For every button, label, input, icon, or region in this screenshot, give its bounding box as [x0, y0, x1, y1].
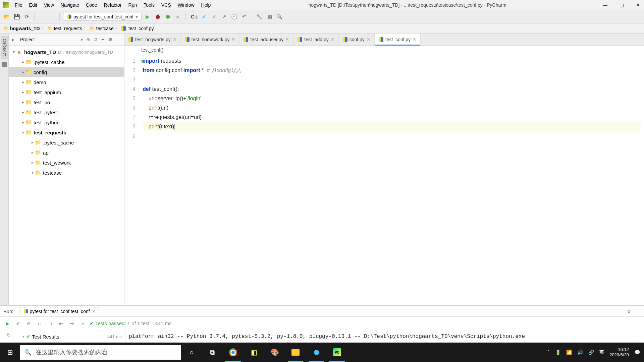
- tree-row[interactable]: ▸📁api: [9, 147, 124, 158]
- back-icon[interactable]: ←: [38, 13, 46, 21]
- editor-tab[interactable]: test_conf.py✕: [375, 34, 421, 45]
- expand-icon[interactable]: ⇵: [94, 37, 98, 42]
- tray-chevron-icon[interactable]: ˄: [547, 350, 550, 355]
- close-icon[interactable]: ✕: [92, 309, 95, 314]
- tree-arrow-icon[interactable]: ▸: [30, 140, 35, 145]
- editor-tab[interactable]: conf.py✕: [339, 34, 375, 45]
- code-editor[interactable]: 123456789 ▶ import requests from config.…: [124, 54, 644, 305]
- tree-arrow-icon[interactable]: ▾: [21, 130, 25, 135]
- chevron-down-icon[interactable]: ▾: [80, 37, 83, 42]
- update-icon[interactable]: ✔: [200, 13, 208, 21]
- ime-indicator[interactable]: 英: [599, 349, 604, 355]
- revert-icon[interactable]: ↶: [240, 13, 249, 21]
- commit-icon[interactable]: ✔: [210, 13, 218, 21]
- push-icon[interactable]: ↗: [220, 13, 228, 21]
- tree-row[interactable]: ▸📁demo: [9, 77, 124, 87]
- coverage-button[interactable]: ⬢: [164, 13, 172, 21]
- tree-arrow-icon[interactable]: ▸: [21, 80, 25, 84]
- code-content[interactable]: import requests from config.conf import …: [139, 54, 644, 305]
- toggle-auto-button[interactable]: ✔: [13, 319, 23, 328]
- rerun-button[interactable]: ▶: [3, 319, 12, 328]
- history-icon[interactable]: 🕘: [230, 13, 238, 21]
- menu-edit[interactable]: Edit: [26, 1, 40, 9]
- chrome-icon[interactable]: [223, 343, 244, 362]
- more-icon[interactable]: »: [81, 320, 84, 326]
- sync-icon[interactable]: ⟳: [23, 13, 31, 21]
- editor-tab[interactable]: test_adduser.py✕: [239, 34, 293, 45]
- project-tool-tab[interactable]: 1: Project: [1, 36, 8, 59]
- ide-scripting-icon[interactable]: ▦: [266, 13, 274, 21]
- clock[interactable]: 16:12 2020/6/20: [609, 347, 629, 358]
- tree-arrow-icon[interactable]: ▸: [21, 70, 25, 74]
- tree-arrow-icon[interactable]: ▾: [21, 334, 26, 339]
- menu-run[interactable]: Run: [126, 1, 140, 9]
- close-icon[interactable]: ✕: [331, 37, 334, 42]
- menu-tools[interactable]: Tools: [141, 1, 157, 9]
- breadcrumb-root[interactable]: hogwarts_TD: [10, 26, 40, 31]
- tree-arrow-icon[interactable]: ▸: [21, 90, 25, 95]
- expand-all-button[interactable]: ⇤: [56, 319, 66, 328]
- sort-down-button[interactable]: ↑↓: [46, 319, 55, 328]
- close-icon[interactable]: ✕: [173, 37, 176, 42]
- search-everywhere-icon[interactable]: 🔍: [276, 13, 284, 21]
- menu-view[interactable]: View: [41, 1, 57, 9]
- pycharm-taskbar-icon[interactable]: PC: [327, 343, 347, 362]
- save-icon[interactable]: 💾: [13, 13, 21, 21]
- file-explorer-icon[interactable]: [285, 343, 306, 362]
- tree-row[interactable]: ▸📁config: [9, 67, 124, 77]
- settings-icon[interactable]: ⚙: [108, 37, 113, 42]
- breadcrumb-file[interactable]: test_conf.py: [128, 26, 154, 31]
- test-tree-row[interactable]: ▾✔Test Results441 ms: [18, 331, 125, 342]
- link-icon[interactable]: 🔗: [588, 350, 594, 355]
- hide-icon[interactable]: —: [636, 309, 641, 314]
- editor-tab[interactable]: test_homework.py✕: [181, 34, 240, 45]
- rerun-failed-icon[interactable]: ↻: [7, 332, 11, 338]
- menu-code[interactable]: Code: [83, 1, 100, 9]
- breadcrumb-item[interactable]: test_requests: [54, 26, 82, 31]
- editor-tab[interactable]: test_add.py✕: [293, 34, 338, 45]
- close-button[interactable]: ✕: [635, 2, 641, 8]
- close-icon[interactable]: ✕: [285, 37, 289, 42]
- tree-arrow-icon[interactable]: ▸: [30, 160, 35, 165]
- wifi-icon[interactable]: 📶: [566, 350, 572, 355]
- menu-vcs[interactable]: VCS: [159, 1, 174, 9]
- hide-icon[interactable]: —: [116, 37, 121, 42]
- tree-row[interactable]: ▸📁test_python: [9, 117, 124, 127]
- project-tree[interactable]: ▾■hogwarts_TDD:\Test\python\hogwarts_TD▸…: [9, 46, 124, 305]
- stop-button[interactable]: ■: [174, 13, 182, 21]
- open-icon[interactable]: 📂: [3, 13, 11, 21]
- tree-row[interactable]: ▾■hogwarts_TDD:\Test\python\hogwarts_TD: [9, 47, 124, 57]
- volume-icon[interactable]: 🔊: [577, 350, 583, 355]
- tree-arrow-icon[interactable]: ▸: [30, 150, 35, 155]
- close-icon[interactable]: ✕: [367, 37, 370, 42]
- structure-tool-tab[interactable]: [2, 62, 7, 67]
- tree-arrow-icon[interactable]: ▸: [21, 60, 25, 64]
- run-button[interactable]: ▶: [144, 13, 152, 21]
- tree-row[interactable]: ▸📁test_wework: [9, 158, 124, 168]
- app-icon-1[interactable]: ◧: [244, 343, 264, 362]
- collapse-icon[interactable]: ▸: [12, 37, 17, 42]
- menu-refactor[interactable]: Refactor: [101, 1, 124, 9]
- tree-row[interactable]: ▸📁test_pytest: [9, 107, 124, 117]
- close-icon[interactable]: ✕: [231, 37, 235, 42]
- tree-arrow-icon[interactable]: ▸: [21, 120, 25, 125]
- tree-arrow-icon[interactable]: ▾: [30, 170, 35, 175]
- gear-icon[interactable]: ✦: [101, 37, 105, 42]
- editor-tab[interactable]: test_hogwarts.py✕: [124, 34, 181, 45]
- run-config-dropdown[interactable]: pytest for test_conf.test_conf ▾: [63, 13, 142, 21]
- tree-row[interactable]: ▾📁test_requests: [9, 127, 124, 137]
- stop-button[interactable]: ⊘: [24, 319, 34, 328]
- app-icon-2[interactable]: ⬣: [306, 343, 327, 362]
- minimize-button[interactable]: ―: [601, 2, 609, 8]
- close-icon[interactable]: ✕: [413, 37, 416, 42]
- menu-window[interactable]: Window: [175, 1, 197, 9]
- menu-file[interactable]: File: [12, 1, 25, 9]
- gear-icon[interactable]: ⚙: [627, 309, 631, 314]
- collapse-all-button[interactable]: ⇥: [67, 319, 76, 328]
- settings-icon[interactable]: 🔧: [256, 13, 264, 21]
- tree-row[interactable]: ▸📁.pytest_cache: [9, 57, 124, 67]
- tree-row[interactable]: ▸📁test_appium: [9, 87, 124, 97]
- tree-arrow-icon[interactable]: ▾: [11, 50, 16, 54]
- tree-row[interactable]: ▸📁test_po: [9, 97, 124, 107]
- menu-navigate[interactable]: Navigate: [58, 1, 82, 9]
